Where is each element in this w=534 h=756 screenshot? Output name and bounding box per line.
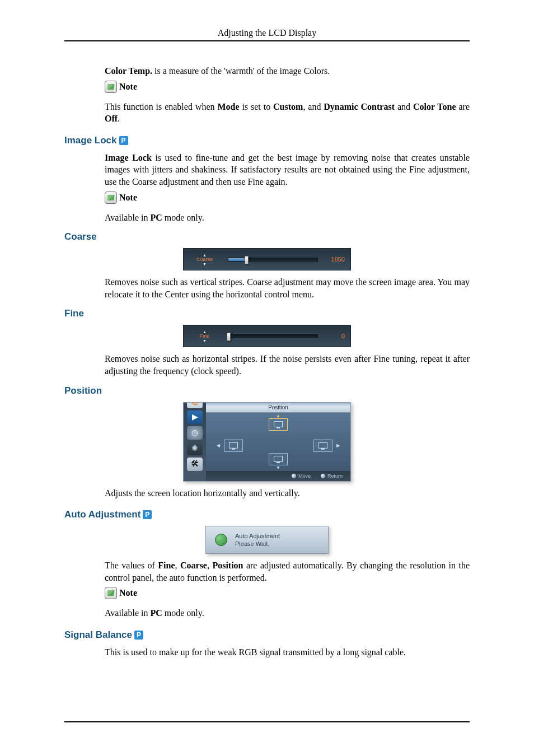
position-up-button[interactable]: ▲ (269, 418, 288, 431)
coarse-slider-track[interactable] (228, 258, 318, 262)
sidebar-picture-icon[interactable]: 🎨 (187, 402, 203, 408)
auto-adjustment-desc: The values of Fine, Coarse, Position are… (105, 559, 470, 584)
return-icon (321, 474, 325, 478)
position-heading: Position (64, 385, 470, 396)
position-osd-title: Position (206, 403, 350, 413)
image-lock-heading: Image Lock P (64, 135, 470, 146)
note-label: Note (119, 588, 137, 598)
triangle-down-icon: ▼ (203, 262, 207, 266)
coarse-slider-value: 1850 (326, 256, 345, 263)
page: Adjusting the LCD Display Color Temp. is… (0, 0, 534, 756)
position-osd-main: ▲ ▼ Move Return (206, 413, 350, 481)
fine-heading: Fine (64, 308, 470, 319)
fine-slider-label-col: ▲ Fine ▼ (189, 330, 220, 343)
auto-adjustment-icon (215, 534, 227, 546)
coarse-heading: Coarse (64, 231, 470, 242)
image-lock-text: Image Lock is used to fine-tune and get … (105, 152, 470, 188)
color-temp-note-text: This function is enabled when Mode is se… (105, 101, 470, 125)
color-temp-bold: Color Temp. (105, 66, 152, 76)
triangle-down-icon: ▼ (203, 339, 207, 343)
position-footer-return: Return (321, 473, 343, 479)
sidebar-source-icon[interactable]: ▶ (187, 410, 203, 424)
p-badge-icon: P (134, 631, 143, 640)
sidebar-timer-icon[interactable]: ◷ (187, 426, 203, 440)
position-footer-move: Move (292, 473, 311, 479)
sidebar-settings-icon[interactable]: ✺ (187, 442, 203, 455)
auto-adjustment-note-text: Available in PC mode only. (105, 607, 470, 619)
coarse-desc: Removes noise such as vertical stripes. … (105, 276, 470, 300)
coarse-slider-label-col: ▲ Coarse ▼ (189, 253, 220, 266)
color-temp-note-row: Note (105, 81, 470, 93)
position-osd-body: 🎨 ▶ ◷ ✺ 🛠 Position ▲ ▼ (184, 403, 350, 481)
position-osd: 🎨 ▶ ◷ ✺ 🛠 Position ▲ ▼ (183, 402, 351, 482)
position-right-button[interactable] (313, 439, 332, 451)
coarse-slider-fill (228, 258, 246, 261)
signal-balance-desc: This is used to make up for the weak RGB… (105, 646, 470, 659)
p-badge-icon: P (143, 510, 152, 519)
auto-adjustment-figure: Auto Adjustment Please Wait. (64, 526, 470, 554)
auto-adjustment-note-row: Note (105, 587, 470, 599)
position-osd-sidebar: 🎨 ▶ ◷ ✺ 🛠 (184, 402, 206, 481)
coarse-slider-label: Coarse (196, 257, 213, 262)
fine-slider-thumb[interactable] (227, 333, 231, 341)
coarse-slider-thumb[interactable] (245, 256, 249, 264)
position-osd-footer: Move Return (206, 471, 350, 481)
dpad-icon (292, 474, 296, 478)
note-icon (105, 192, 117, 204)
position-desc: Adjusts the screen location horizontally… (105, 487, 470, 500)
note-icon (105, 81, 117, 93)
fine-slider-panel: ▲ Fine ▼ 0 (183, 325, 351, 347)
page-header-title: Adjusting the LCD Display (64, 28, 470, 38)
note-icon (105, 587, 117, 599)
sidebar-tools-icon[interactable]: 🛠 (187, 458, 203, 471)
auto-adjustment-panel: Auto Adjustment Please Wait. (205, 526, 329, 554)
fine-slider-track[interactable] (228, 334, 318, 338)
footer-rule-wrap (64, 721, 470, 722)
auto-adjustment-heading: Auto AdjustmentP (64, 509, 470, 520)
fine-slider-value: 0 (326, 333, 345, 339)
coarse-slider-panel: ▲ Coarse ▼ 1850 (183, 248, 351, 270)
image-lock-note-text: Available in PC mode only. (105, 212, 470, 224)
position-figure: 🎨 ▶ ◷ ✺ 🛠 Position ▲ ▼ (64, 402, 470, 482)
signal-balance-heading: Signal BalanceP (64, 629, 470, 641)
note-label: Note (119, 193, 137, 203)
p-badge-icon: P (119, 136, 128, 145)
auto-adjustment-panel-text: Auto Adjustment Please Wait. (235, 532, 280, 548)
position-down-button[interactable]: ▼ (269, 453, 288, 465)
fine-slider-label: Fine (200, 334, 210, 339)
color-temp-text: Color Temp. is a measure of the 'warmth'… (105, 65, 470, 77)
note-label: Note (119, 82, 137, 92)
fine-desc: Removes noise such as horizontal stripes… (105, 353, 470, 377)
image-lock-note-row: Note (105, 192, 470, 204)
position-left-button[interactable] (224, 439, 243, 451)
coarse-figure: ▲ Coarse ▼ 1850 (64, 248, 470, 270)
fine-figure: ▲ Fine ▼ 0 (64, 325, 470, 347)
footer-rule (64, 721, 470, 722)
